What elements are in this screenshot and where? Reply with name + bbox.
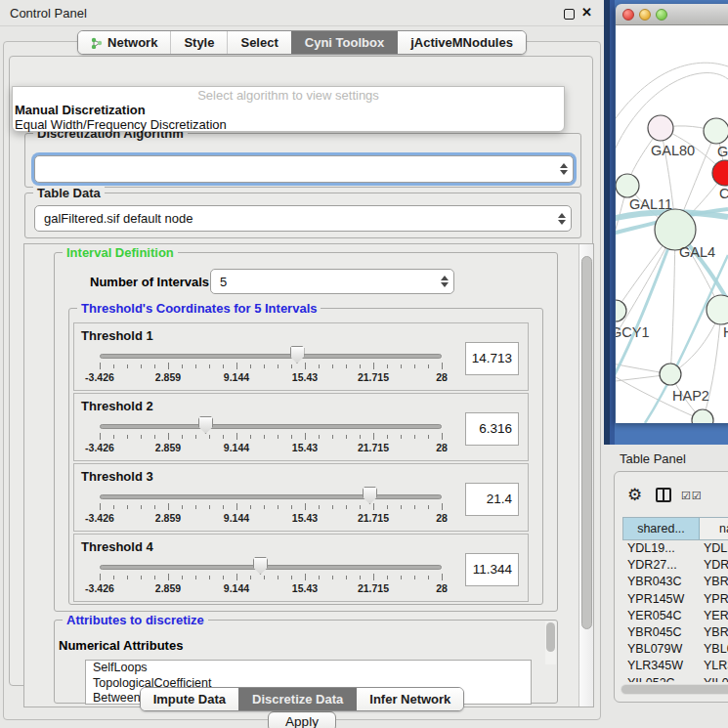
num-intervals-value: 5 xyxy=(211,275,436,289)
tab-style[interactable]: Style xyxy=(170,31,227,54)
slider-tick xyxy=(195,505,196,509)
network-node-label: G xyxy=(717,144,728,159)
tab-infer-network[interactable]: Infer Network xyxy=(356,688,463,710)
dropdown-option[interactable]: Manual Discretization xyxy=(13,103,564,117)
table-cell[interactable]: YLR3 xyxy=(699,658,728,674)
table-cell[interactable]: YDR2 xyxy=(699,557,728,574)
apply-button[interactable]: Apply xyxy=(268,711,336,728)
network-window-titlebar[interactable] xyxy=(616,4,728,25)
table-row[interactable]: YBL079WYBL0 xyxy=(622,641,728,658)
table-data-title: Table Data xyxy=(33,186,105,200)
dropdown-prompt: Select algorithm to view settings xyxy=(13,88,564,103)
table-cell[interactable]: YPR1 xyxy=(699,591,728,608)
column-header-shared[interactable]: shared... xyxy=(623,518,700,539)
close-icon[interactable]: ✕ xyxy=(581,5,592,20)
tab-cyni-toolbox[interactable]: Cyni Toolbox xyxy=(291,31,397,54)
threshold-slider-track[interactable] xyxy=(100,354,442,359)
table-row[interactable]: YDR27...YDR2 xyxy=(622,557,728,574)
table-cell[interactable]: YIL0 xyxy=(699,675,728,683)
dropdown-option[interactable]: Equal Width/Frequency Discretization xyxy=(13,117,564,132)
table-cell[interactable]: YER054C xyxy=(622,608,699,624)
gear-icon[interactable]: ⚙ xyxy=(627,485,642,505)
table-cell[interactable]: YIL052C xyxy=(622,675,699,683)
table-cell[interactable]: YBR043C xyxy=(622,574,699,590)
threshold-value-field[interactable]: 6.316 xyxy=(465,412,519,446)
network-node[interactable] xyxy=(660,364,681,385)
slider-tick xyxy=(332,505,333,509)
table-row[interactable]: YER054CYER0 xyxy=(622,608,728,624)
threshold-slider-thumb[interactable] xyxy=(290,346,305,364)
slider-tick xyxy=(360,364,361,368)
network-node-label: GAL80 xyxy=(651,143,695,158)
columns-icon[interactable] xyxy=(656,488,671,502)
table-row[interactable]: YIL052CYIL0 xyxy=(622,675,728,683)
slider-tick xyxy=(401,505,402,509)
list-item[interactable]: SelfLoops xyxy=(86,661,531,676)
slider-tick xyxy=(236,503,237,510)
slider-tick xyxy=(319,576,320,579)
attributes-scrollbar[interactable] xyxy=(545,621,556,664)
threshold-value-field[interactable]: 14.713 xyxy=(465,342,519,375)
table-row[interactable]: YBR045CYBR0 xyxy=(622,624,728,641)
table-cell[interactable]: YLR345W xyxy=(622,658,699,674)
horizontal-scrollbar[interactable] xyxy=(621,684,728,695)
threshold-slider-thumb[interactable] xyxy=(253,557,268,575)
table-cell[interactable]: YPR145W xyxy=(622,591,699,608)
table-cell[interactable]: YBR0 xyxy=(699,624,728,641)
float-icon[interactable] xyxy=(564,9,575,20)
horizontal-scrollbar-thumb[interactable] xyxy=(621,685,728,694)
table-cell[interactable]: YBR0 xyxy=(699,574,728,590)
slider-tick xyxy=(428,364,429,368)
table-cell[interactable]: YBR045C xyxy=(622,624,699,641)
minimize-traffic-light-icon[interactable] xyxy=(639,9,651,21)
table-cell[interactable]: YDR27... xyxy=(622,557,699,574)
network-node[interactable] xyxy=(616,174,639,197)
algorithm-dropdown-popup: Select algorithm to view settings Manual… xyxy=(12,86,565,132)
slider-tick xyxy=(236,574,237,580)
column-header-name[interactable]: na xyxy=(700,518,728,539)
vertical-scrollbar-thumb[interactable] xyxy=(581,256,592,629)
table-data-combobox[interactable]: galFiltered.sif default node xyxy=(34,205,572,232)
num-intervals-combobox[interactable]: 5 xyxy=(210,269,454,294)
algorithm-combobox[interactable] xyxy=(34,155,574,183)
threshold-slider-track[interactable] xyxy=(100,424,442,429)
slider-tick-label: -3.426 xyxy=(85,512,114,524)
slider-tick xyxy=(168,574,169,580)
table-panel-region: Table Panel ⚙ ☑☑ shared... na YDL19...YD… xyxy=(604,445,728,728)
tab-select[interactable]: Select xyxy=(227,31,290,54)
table-row[interactable]: YLR345WYLR3 xyxy=(622,658,728,674)
vertical-scrollbar[interactable] xyxy=(578,244,593,707)
slider-tick xyxy=(223,364,224,368)
threshold-slider-thumb[interactable] xyxy=(198,416,213,434)
threshold-slider-track[interactable] xyxy=(100,494,442,499)
close-traffic-light-icon[interactable] xyxy=(622,9,634,21)
network-node[interactable] xyxy=(704,118,728,144)
tab-discretize-data[interactable]: Discretize Data xyxy=(238,688,356,710)
select-columns-icon[interactable]: ☑☑ xyxy=(681,490,703,502)
threshold-value-field[interactable]: 11.344 xyxy=(465,553,519,586)
slider-tick-label: 21.715 xyxy=(358,582,389,594)
network-node[interactable] xyxy=(707,295,728,324)
table-row[interactable]: YDL19...YDL1 xyxy=(622,540,728,557)
tab-jactivemnodules[interactable]: jActiveMNodules xyxy=(397,31,526,54)
threshold-slider-track[interactable] xyxy=(100,565,442,570)
slider-tick xyxy=(209,505,210,509)
table-cell[interactable]: YBL079W xyxy=(622,641,699,658)
tab-impute-data[interactable]: Impute Data xyxy=(141,688,238,710)
table-row[interactable]: YBR043CYBR0 xyxy=(622,574,728,590)
threshold-slider-thumb[interactable] xyxy=(363,487,377,504)
slider-tick xyxy=(154,505,155,509)
network-window[interactable]: GAL80GCGAL11GAL4GCY1HHAP2 xyxy=(616,4,728,423)
tab-network[interactable]: Network xyxy=(78,31,170,54)
slider-tick xyxy=(100,433,101,440)
network-canvas[interactable]: GAL80GCGAL11GAL4GCY1HHAP2 xyxy=(616,25,728,423)
table-cell[interactable]: YBL0 xyxy=(699,641,728,658)
threshold-value-field[interactable]: 21.4 xyxy=(465,483,519,516)
table-row[interactable]: YPR145WYPR1 xyxy=(622,591,728,608)
table-cell[interactable]: YER0 xyxy=(699,608,728,624)
network-node[interactable] xyxy=(616,300,626,321)
zoom-traffic-light-icon[interactable] xyxy=(656,9,667,21)
table-cell[interactable]: YDL19... xyxy=(622,540,699,557)
network-node[interactable] xyxy=(648,115,673,141)
table-cell[interactable]: YDL1 xyxy=(699,540,728,557)
